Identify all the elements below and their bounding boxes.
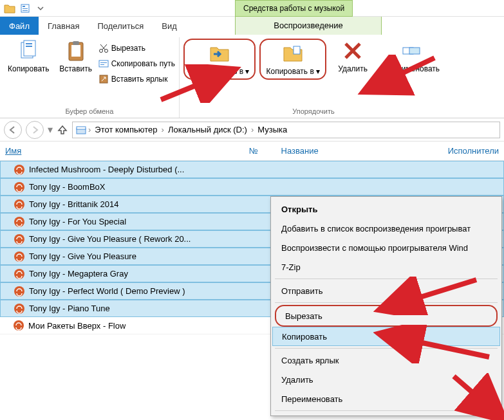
nav-forward-button[interactable] (26, 121, 44, 139)
ctx-rename[interactable]: Переименовать (272, 389, 500, 408)
svg-point-31 (14, 320, 24, 331)
svg-point-27 (14, 251, 24, 262)
audio-file-icon (14, 233, 25, 245)
ctx-copy[interactable]: Копировать (272, 327, 500, 346)
music-tools-context-tab[interactable]: Средства работы с музыкой (235, 0, 353, 17)
audio-file-icon (13, 320, 24, 331)
file-name: Tony Igy - Piano Tune (29, 304, 110, 313)
svg-rect-1 (23, 6, 25, 7)
audio-file-icon (14, 251, 25, 262)
file-name: Tony Igy - Give You Pleasure (29, 251, 136, 261)
ctx-play-with[interactable]: Воспроизвести с помощью проигрывателя Wi… (272, 238, 500, 257)
svg-point-29 (14, 286, 24, 297)
paste-button[interactable]: Вставить (53, 39, 98, 86)
svg-point-26 (14, 234, 24, 244)
svg-rect-10 (73, 41, 79, 45)
column-header-number[interactable]: № (244, 146, 276, 156)
paste-shortcut-button[interactable]: Вставить ярлык (98, 72, 175, 86)
file-name: Tony Igy - For You Special (29, 217, 126, 226)
copy-icon (17, 40, 39, 62)
tab-file[interactable]: Файл (0, 17, 39, 35)
tab-playback[interactable]: Воспроизведение (235, 17, 382, 35)
cut-button[interactable]: Вырезать (98, 41, 175, 55)
context-menu: Открыть Добавить в список воспроизведени… (270, 196, 502, 416)
ctx-seven-zip[interactable]: 7-Zip (272, 257, 500, 277)
file-name: Tony Igy - Megaptera Gray (29, 269, 128, 278)
column-header-artists[interactable]: Исполнители (443, 146, 504, 156)
delete-button[interactable]: Удалить (330, 39, 375, 80)
tab-share[interactable]: Поделиться (88, 17, 153, 35)
svg-point-24 (14, 199, 24, 210)
rename-icon (400, 40, 422, 62)
audio-file-icon (14, 286, 25, 297)
tab-home[interactable]: Главная (39, 17, 88, 35)
file-row[interactable]: Tony Igy - BoomBoX (0, 178, 504, 196)
copy-to-folder-icon (282, 42, 304, 64)
svg-rect-21 (77, 127, 86, 129)
svg-rect-7 (26, 46, 32, 47)
audio-file-icon (14, 216, 25, 228)
nav-recent-dropdown[interactable]: ▾ (48, 123, 53, 136)
file-name: Tony Igy - Give You Pleasure ( Rework 20… (29, 234, 191, 244)
svg-point-30 (14, 304, 24, 314)
file-name: Tony Igy - Perfect World ( Demo Preview … (29, 286, 185, 296)
breadcrumb-disk[interactable]: Локальный диск (D:) (165, 125, 250, 134)
ctx-delete[interactable]: Удалить (272, 370, 500, 389)
copy-path-icon (98, 59, 109, 69)
scissors-icon (98, 43, 109, 53)
copy-path-button[interactable]: Скопировать путь (98, 57, 175, 71)
svg-rect-17 (294, 46, 300, 54)
ctx-cut[interactable]: Вырезать (276, 306, 496, 325)
organize-group-label: Упорядочить (183, 106, 443, 116)
copy-button[interactable]: Копировать (4, 39, 53, 86)
file-name: Мои Ракеты Вверх - Flow (28, 321, 126, 331)
nav-back-button[interactable] (4, 121, 22, 139)
svg-rect-19 (409, 48, 420, 54)
ctx-add-to-playlist[interactable]: Добавить в список воспроизведения проигр… (272, 219, 500, 238)
breadcrumb-disk-icon (75, 125, 87, 135)
breadcrumb-pc[interactable]: Этот компьютер (92, 125, 160, 134)
svg-rect-3 (23, 10, 28, 11)
move-to-button[interactable]: Переместить в ▾ (186, 41, 254, 77)
svg-rect-2 (23, 8, 28, 9)
audio-file-icon (14, 268, 25, 280)
svg-rect-6 (26, 43, 32, 44)
svg-point-11 (99, 50, 102, 53)
folder-icon (3, 1, 17, 15)
rename-button[interactable]: Переименовать (379, 39, 443, 80)
music-tools-label: Средства работы с музыкой (243, 4, 344, 13)
svg-rect-13 (99, 60, 108, 67)
copy-to-button[interactable]: Копировать в ▾ (262, 41, 324, 77)
audio-file-icon (14, 181, 25, 193)
svg-point-25 (14, 217, 24, 227)
ctx-open[interactable]: Открыть (272, 199, 500, 219)
paste-shortcut-icon (98, 74, 109, 84)
svg-point-23 (14, 182, 24, 192)
chevron-down-icon[interactable] (33, 1, 48, 15)
paste-icon (65, 40, 87, 62)
file-name: Tony Igy - Brittanik 2014 (29, 199, 118, 209)
svg-point-12 (104, 50, 107, 53)
svg-rect-9 (71, 45, 80, 57)
svg-rect-14 (100, 62, 107, 63)
column-header-name[interactable]: Имя (0, 146, 244, 156)
breadcrumb-music[interactable]: Музыка (255, 125, 290, 134)
delete-x-icon (342, 40, 364, 62)
move-to-folder-icon (209, 42, 230, 64)
audio-file-icon (14, 199, 25, 210)
ctx-send-to[interactable]: Отправить (272, 281, 500, 300)
breadcrumb[interactable]: › Этот компьютер › Локальный диск (D:) ›… (72, 122, 500, 138)
svg-rect-5 (24, 41, 35, 56)
svg-point-28 (14, 269, 24, 279)
audio-file-icon (14, 164, 25, 176)
audio-file-icon (14, 303, 25, 315)
file-row[interactable]: Infected Mushroom - Deeply Disturbed (..… (0, 161, 504, 178)
file-name: Infected Mushroom - Deeply Disturbed (..… (29, 165, 184, 174)
properties-icon[interactable] (18, 1, 32, 15)
column-header-title[interactable]: Название (276, 146, 443, 156)
tab-view[interactable]: Вид (153, 17, 186, 35)
svg-rect-15 (100, 64, 104, 65)
svg-point-22 (14, 165, 24, 175)
nav-up-button[interactable] (57, 124, 68, 136)
ctx-create-shortcut[interactable]: Создать ярлык (272, 351, 500, 370)
